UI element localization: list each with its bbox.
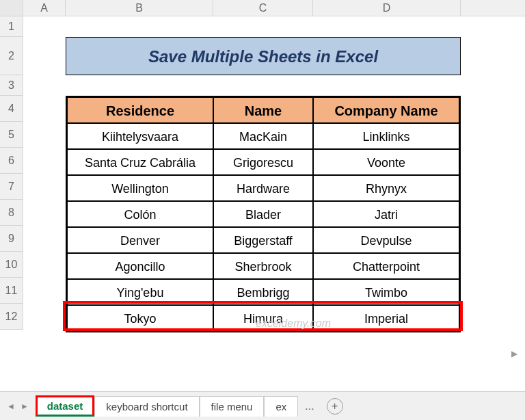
tab-ex[interactable]: ex	[264, 396, 298, 417]
cell[interactable]: Tokyo	[67, 305, 213, 331]
cell[interactable]: Bembrigg	[213, 279, 313, 305]
tab-dataset[interactable]: dataset	[36, 395, 95, 417]
cell[interactable]: Colón	[67, 201, 213, 227]
col-header-c[interactable]: C	[213, 0, 313, 16]
cell[interactable]: Wellington	[67, 175, 213, 201]
header-name[interactable]: Name	[213, 97, 313, 123]
table-row: Denver Biggerstaff Devpulse	[67, 227, 459, 253]
cell[interactable]: Devpulse	[313, 227, 459, 253]
row-header-6[interactable]: 6	[0, 148, 23, 174]
table-row: Kiihtelysvaara MacKain Linklinks	[67, 123, 459, 149]
header-residence[interactable]: Residence	[67, 97, 213, 123]
col-header-b[interactable]: B	[66, 0, 213, 16]
tab-nav-arrows: ◄ ►	[0, 402, 36, 411]
spreadsheet-grid: A B C D 1 2 3 4 5 6 7 8 9 10 11 12 Save …	[0, 0, 525, 390]
cell[interactable]: Himura	[213, 305, 313, 331]
new-sheet-button[interactable]: +	[327, 398, 343, 415]
row-header-1[interactable]: 1	[0, 16, 23, 37]
column-headers: A B C D	[0, 0, 525, 16]
tab-file-menu[interactable]: file menu	[200, 396, 265, 417]
cell[interactable]: Grigorescu	[213, 149, 313, 175]
cell[interactable]: Chatterpoint	[313, 253, 459, 279]
table-row: Santa Cruz Cabrália Grigorescu Voonte	[67, 149, 459, 175]
cell[interactable]: Twimbo	[313, 279, 459, 305]
cell[interactable]: Jatri	[313, 201, 459, 227]
cell[interactable]: Kiihtelysvaara	[67, 123, 213, 149]
cell[interactable]: Ying'ebu	[67, 279, 213, 305]
row-header-10[interactable]: 10	[0, 252, 23, 278]
row-header-8[interactable]: 8	[0, 200, 23, 226]
table-row: Wellington Hardware Rhynyx	[67, 175, 459, 201]
cell[interactable]: Denver	[67, 227, 213, 253]
row-header-3[interactable]: 3	[0, 75, 23, 96]
row-header-12[interactable]: 12	[0, 304, 23, 330]
cell[interactable]: Linklinks	[313, 123, 459, 149]
cell[interactable]: Blader	[213, 201, 313, 227]
scroll-right-icon[interactable]: ▶	[511, 349, 521, 358]
cell[interactable]: Rhynyx	[313, 175, 459, 201]
table-header-row: Residence Name Company Name	[67, 97, 459, 123]
row-header-5[interactable]: 5	[0, 122, 23, 148]
header-company[interactable]: Company Name	[313, 97, 459, 123]
cell[interactable]: Santa Cruz Cabrália	[67, 149, 213, 175]
cell[interactable]: Hardware	[213, 175, 313, 201]
cell[interactable]: Imperial	[313, 305, 459, 331]
sheet-tab-bar: ◄ ► dataset keyboard shortcut file menu …	[0, 391, 525, 420]
tab-next-icon[interactable]: ►	[21, 402, 29, 411]
cell[interactable]: MacKain	[213, 123, 313, 149]
cell[interactable]: Biggerstaff	[213, 227, 313, 253]
title-cell[interactable]: Save Multiple Sheets in Excel	[66, 37, 461, 75]
row-header-11[interactable]: 11	[0, 278, 23, 304]
row-headers: 1 2 3 4 5 6 7 8 9 10 11 12	[0, 16, 23, 330]
row-header-7[interactable]: 7	[0, 174, 23, 200]
row-header-2[interactable]: 2	[0, 37, 23, 75]
col-header-d[interactable]: D	[313, 0, 461, 16]
select-all-corner[interactable]	[0, 0, 23, 16]
tab-more[interactable]: ...	[298, 396, 321, 417]
cell[interactable]: Agoncillo	[67, 253, 213, 279]
tab-keyboard-shortcut[interactable]: keyboard shortcut	[94, 396, 199, 417]
cell[interactable]: Voonte	[313, 149, 459, 175]
table-row: Colón Blader Jatri	[67, 201, 459, 227]
table-row: Tokyo Himura Imperial	[67, 305, 459, 331]
data-table: Residence Name Company Name Kiihtelysvaa…	[66, 96, 461, 332]
col-header-a[interactable]: A	[23, 0, 66, 16]
table-row: Agoncillo Sherbrook Chatterpoint	[67, 253, 459, 279]
row-header-4[interactable]: 4	[0, 96, 23, 122]
cell[interactable]: Sherbrook	[213, 253, 313, 279]
tab-prev-icon[interactable]: ◄	[7, 402, 15, 411]
row-header-9[interactable]: 9	[0, 226, 23, 252]
table-row: Ying'ebu Bembrigg Twimbo	[67, 279, 459, 305]
